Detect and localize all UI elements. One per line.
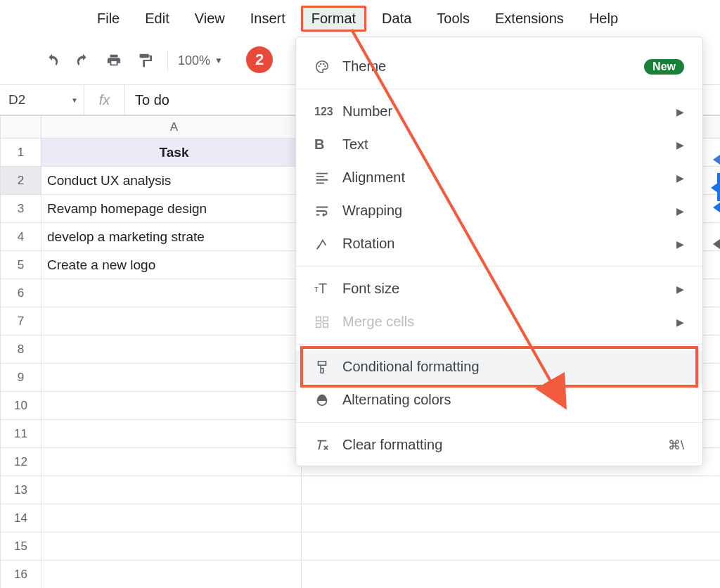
cell[interactable] <box>41 476 302 504</box>
annotation-step-badge: 2 <box>246 46 273 73</box>
name-box-value: D2 <box>8 92 25 108</box>
menu-item-label: Clear formatting <box>342 437 662 453</box>
menu-item-number[interactable]: 123 Number ▶ <box>296 95 702 128</box>
paint-format-button[interactable] <box>134 49 156 72</box>
row-header[interactable]: 14 <box>1 504 41 532</box>
column-header-a[interactable]: A <box>41 116 302 139</box>
row-header[interactable]: 5 <box>1 251 41 279</box>
cell[interactable] <box>41 561 302 589</box>
row-header[interactable]: 16 <box>1 561 41 589</box>
print-button[interactable] <box>103 49 125 72</box>
menu-file[interactable]: File <box>87 6 129 31</box>
redo-button[interactable] <box>72 49 94 72</box>
bold-icon: B <box>314 136 342 153</box>
menu-item-text[interactable]: B Text ▶ <box>296 128 702 161</box>
font-size-icon: тT <box>314 281 342 297</box>
cell[interactable] <box>302 532 721 561</box>
cell[interactable] <box>302 561 721 589</box>
row-header[interactable]: 3 <box>1 195 41 223</box>
menu-item-rotation[interactable]: Rotation ▶ <box>296 227 702 260</box>
rotation-icon <box>314 236 342 252</box>
menu-data[interactable]: Data <box>372 6 421 31</box>
menu-help[interactable]: Help <box>579 6 628 31</box>
cell[interactable] <box>41 307 302 335</box>
menu-extensions[interactable]: Extensions <box>485 6 574 31</box>
menu-separator <box>296 422 702 423</box>
name-box[interactable]: D2 ▼ <box>0 85 84 115</box>
cell[interactable] <box>41 532 302 561</box>
row-header[interactable]: 2 <box>1 167 41 195</box>
menu-item-font-size[interactable]: тT Font size ▶ <box>296 272 702 305</box>
number-icon: 123 <box>314 106 342 118</box>
row-header[interactable]: 12 <box>1 448 41 476</box>
zoom-select[interactable]: 100% ▼ <box>178 53 223 68</box>
undo-button[interactable] <box>41 49 63 72</box>
menu-separator <box>296 344 702 345</box>
menu-item-clear-formatting[interactable]: Clear formatting ⌘\ <box>296 428 702 461</box>
cell[interactable]: Revamp homepage design <box>41 195 302 223</box>
alternating-colors-icon <box>314 392 342 408</box>
format-menu-dropdown: Theme New 123 Number ▶ B Text ▶ Alignmen… <box>295 37 703 466</box>
cell[interactable] <box>41 335 302 364</box>
cell[interactable]: Conduct UX analysis <box>41 167 302 195</box>
edge-marker <box>710 229 720 257</box>
svg-point-0 <box>319 65 320 66</box>
cell[interactable] <box>41 392 302 420</box>
menu-item-theme[interactable]: Theme New <box>296 50 702 83</box>
chevron-right-icon: ▶ <box>676 139 684 151</box>
menu-item-label: Merge cells <box>342 314 676 330</box>
alignment-icon <box>314 170 342 186</box>
row-header[interactable]: 8 <box>1 335 41 364</box>
chevron-down-icon: ▼ <box>214 56 223 65</box>
menu-tools[interactable]: Tools <box>427 6 480 31</box>
svg-point-2 <box>323 63 324 64</box>
row-header[interactable]: 10 <box>1 392 41 420</box>
menu-format[interactable]: Format <box>301 6 366 32</box>
new-badge: New <box>644 59 684 75</box>
cell[interactable]: Task <box>41 139 302 167</box>
cell[interactable] <box>41 364 302 392</box>
cell[interactable] <box>41 448 302 476</box>
chevron-right-icon: ▶ <box>676 283 684 295</box>
menubar: File Edit View Insert Format Data Tools … <box>0 0 720 37</box>
menu-insert[interactable]: Insert <box>240 6 295 31</box>
edge-marker-selected <box>710 173 720 201</box>
row-header[interactable]: 4 <box>1 223 41 251</box>
menu-view[interactable]: View <box>185 6 235 31</box>
paint-format-icon <box>137 53 153 68</box>
cell[interactable] <box>302 504 721 532</box>
chevron-right-icon: ▶ <box>676 205 684 217</box>
menu-item-alternating-colors[interactable]: Alternating colors <box>296 383 702 416</box>
cell[interactable] <box>41 420 302 448</box>
menu-item-wrapping[interactable]: Wrapping ▶ <box>296 194 702 227</box>
row-header[interactable]: 11 <box>1 420 41 448</box>
cell[interactable] <box>302 476 721 504</box>
edge-marker <box>710 201 720 229</box>
cell[interactable] <box>41 279 302 307</box>
menu-item-label: Alignment <box>342 170 676 186</box>
menu-separator <box>296 266 702 267</box>
merge-cells-icon <box>314 314 342 330</box>
cell[interactable]: develop a marketing strate <box>41 223 302 251</box>
cell[interactable]: Create a new logo <box>41 251 302 279</box>
cell[interactable] <box>41 504 302 532</box>
menu-item-alignment[interactable]: Alignment ▶ <box>296 161 702 194</box>
menu-edit[interactable]: Edit <box>135 6 179 31</box>
menu-item-label: Font size <box>342 281 676 297</box>
row-header[interactable]: 15 <box>1 532 41 561</box>
chevron-right-icon: ▶ <box>676 172 684 184</box>
theme-icon <box>314 59 342 75</box>
menu-item-label: Conditional formatting <box>342 359 684 375</box>
grid-corner[interactable] <box>1 116 41 139</box>
chevron-right-icon: ▶ <box>676 106 684 117</box>
row-header[interactable]: 7 <box>1 307 41 335</box>
row-header[interactable]: 1 <box>1 139 41 167</box>
row-header[interactable]: 6 <box>1 279 41 307</box>
menu-item-conditional-formatting[interactable]: Conditional formatting <box>296 350 702 383</box>
menu-item-shortcut: ⌘\ <box>668 437 684 453</box>
row-header[interactable]: 13 <box>1 476 41 504</box>
clear-formatting-icon <box>314 437 342 453</box>
menu-item-label: Number <box>342 103 676 120</box>
chevron-right-icon: ▶ <box>676 238 684 250</box>
row-header[interactable]: 9 <box>1 364 41 392</box>
